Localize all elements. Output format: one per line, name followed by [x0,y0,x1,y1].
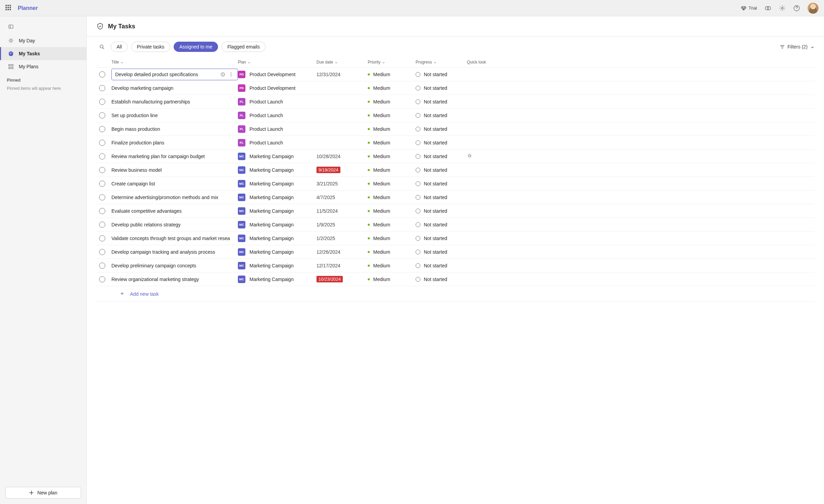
task-progress[interactable]: Not started [416,263,467,268]
task-priority[interactable]: Medium [368,167,416,173]
task-row[interactable]: Evaluate competitive advantagesMCMarketi… [96,204,814,218]
task-title[interactable]: Evaluate competitive advantages [111,208,238,214]
task-row[interactable]: Review organizational marketing strategy… [96,272,814,286]
task-row[interactable]: Develop campaign tracking and analysis p… [96,245,814,259]
task-priority[interactable]: Medium [368,126,416,132]
task-plan[interactable]: PDProduct Development [238,71,316,78]
copilot-icon[interactable] [765,5,771,12]
task-plan[interactable]: MCMarketing Campaign [238,153,316,160]
task-progress[interactable]: Not started [416,181,467,186]
filter-private[interactable]: Private tasks [131,42,170,52]
task-title[interactable]: Review marketing plan for campaign budge… [111,154,238,159]
complete-checkbox[interactable] [99,71,105,78]
task-progress[interactable]: Not started [416,277,467,282]
task-plan[interactable]: PLProduct Launch [238,98,316,106]
settings-icon[interactable] [779,5,786,12]
task-progress[interactable]: Not started [416,85,467,91]
filters-button[interactable]: Filters (2) [780,44,814,50]
task-priority[interactable]: Medium [368,154,416,159]
quick-look-icon[interactable] [467,154,472,159]
task-due[interactable]: 4/7/2025 [316,195,368,200]
collapse-sidebar-button[interactable] [5,21,16,32]
complete-checkbox[interactable] [99,194,105,200]
task-title[interactable]: Develop public relations strategy [111,222,238,227]
task-progress[interactable]: Not started [416,222,467,227]
task-title[interactable]: Review organizational marketing strategy [111,277,238,282]
task-row[interactable]: Finalize production plansPLProduct Launc… [96,136,814,150]
task-progress[interactable]: Not started [416,99,467,104]
task-row[interactable]: Begin mass productionPLProduct LaunchMed… [96,122,814,136]
task-title[interactable]: Finalize production plans [111,140,238,145]
task-priority[interactable]: Medium [368,140,416,145]
task-due[interactable]: 12/17/2024 [316,263,368,268]
task-progress[interactable]: Not started [416,208,467,214]
col-title[interactable]: Title [111,60,238,65]
nav-my-day[interactable]: My Day [0,34,86,47]
task-plan[interactable]: PDProduct Development [238,84,316,92]
task-plan[interactable]: MCMarketing Campaign [238,235,316,242]
task-row[interactable]: Develop preliminary campaign conceptsMCM… [96,259,814,272]
task-plan[interactable]: MCMarketing Campaign [238,276,316,283]
task-progress[interactable]: Not started [416,167,467,173]
task-progress[interactable]: Not started [416,140,467,145]
nav-my-tasks[interactable]: My Tasks [0,47,86,60]
task-title[interactable]: Establish manufacturing partnerships [111,99,238,104]
complete-checkbox[interactable] [99,263,105,269]
task-progress[interactable]: Not started [416,195,467,200]
task-title[interactable]: Validate concepts through test groups an… [111,236,238,241]
user-avatar[interactable] [808,3,819,14]
task-progress[interactable]: Not started [416,249,467,255]
task-due[interactable]: 10/28/2024 [316,154,368,159]
task-due[interactable]: 3/21/2025 [316,181,368,186]
task-plan[interactable]: MCMarketing Campaign [238,207,316,215]
task-due[interactable]: 1/2/2025 [316,236,368,241]
task-row[interactable]: Develop detailed product specificationsP… [96,68,814,81]
complete-checkbox[interactable] [99,181,105,187]
task-plan[interactable]: MCMarketing Campaign [238,262,316,269]
task-plan[interactable]: MCMarketing Campaign [238,180,316,187]
task-title[interactable]: Develop campaign tracking and analysis p… [111,249,238,255]
complete-checkbox[interactable] [99,85,105,91]
task-priority[interactable]: Medium [368,236,416,241]
complete-checkbox[interactable] [99,112,105,118]
complete-checkbox[interactable] [99,276,105,282]
app-launcher-icon[interactable] [5,5,12,12]
task-plan[interactable]: MCMarketing Campaign [238,221,316,228]
task-title[interactable]: Create campaign list [111,181,238,186]
task-title[interactable]: Develop preliminary campaign concepts [111,263,238,268]
task-priority[interactable]: Medium [368,263,416,268]
filter-flagged[interactable]: Flagged emails [221,42,266,52]
task-progress[interactable]: Not started [416,126,467,132]
task-row[interactable]: Review business modelMCMarketing Campaig… [96,163,814,177]
task-priority[interactable]: Medium [368,222,416,227]
task-row[interactable]: Develop marketing campaignPDProduct Deve… [96,81,814,95]
filter-assigned[interactable]: Assigned to me [174,42,218,52]
complete-checkbox[interactable] [99,126,105,132]
task-row[interactable]: Validate concepts through test groups an… [96,232,814,245]
search-button[interactable] [96,41,107,52]
task-row[interactable]: Develop public relations strategyMCMarke… [96,218,814,232]
trial-badge[interactable]: Trial [741,5,757,11]
task-plan[interactable]: PLProduct Launch [238,139,316,146]
task-plan[interactable]: PLProduct Launch [238,125,316,133]
col-due[interactable]: Due date [316,60,368,65]
task-plan[interactable]: PLProduct Launch [238,112,316,119]
task-title[interactable]: Set up production line [111,113,238,118]
complete-checkbox[interactable] [99,235,105,241]
task-title[interactable]: Begin mass production [111,126,238,132]
task-due[interactable]: 11/5/2024 [316,208,368,214]
task-title[interactable]: Determine advertising/promotion methods … [111,195,238,200]
col-priority[interactable]: Priority [368,60,416,65]
task-due[interactable]: 12/26/2024 [316,249,368,255]
task-priority[interactable]: Medium [368,208,416,214]
task-plan[interactable]: MCMarketing Campaign [238,248,316,256]
task-title[interactable]: Review business model [111,167,238,173]
task-plan[interactable]: MCMarketing Campaign [238,166,316,174]
help-icon[interactable] [793,5,800,12]
task-due[interactable]: 12/31/2024 [316,72,368,77]
complete-checkbox[interactable] [99,153,105,159]
task-title-input[interactable]: Develop detailed product specifications [111,69,238,80]
task-progress[interactable]: Not started [416,113,467,118]
add-task-row[interactable]: + Add new task [96,286,814,302]
col-progress[interactable]: Progress [416,60,467,65]
